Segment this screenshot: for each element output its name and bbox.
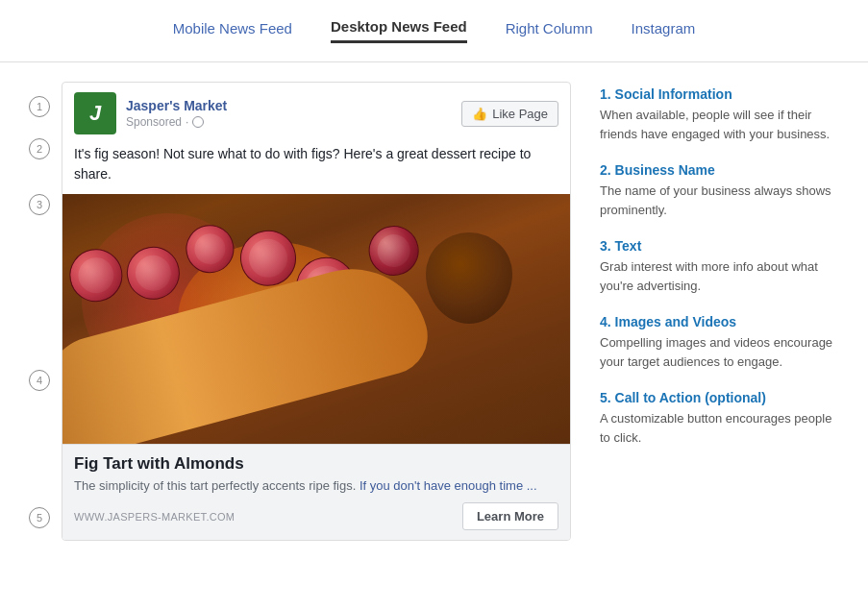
info-number-5: 5. Call to Action (optional) — [600, 390, 839, 405]
info-item-5: 5. Call to Action (optional) A customiza… — [600, 390, 839, 447]
thumbs-up-icon: 👍 — [472, 107, 487, 121]
tab-instagram[interactable]: Instagram — [632, 20, 696, 42]
badge-2: 2 — [29, 138, 50, 159]
info-item-2: 2. Business Name The name of your busine… — [600, 162, 839, 219]
fig-6 — [365, 222, 423, 280]
info-item-3: 3. Text Grab interest with more info abo… — [600, 238, 839, 295]
info-item-4: 4. Images and Videos Compelling images a… — [600, 314, 839, 371]
ad-logo: J — [74, 92, 116, 134]
sponsored-label: Sponsored — [126, 115, 182, 129]
ad-image-inner — [62, 194, 570, 444]
badge-1: 1 — [29, 96, 50, 117]
info-desc-2: The name of your business always shows p… — [600, 182, 839, 219]
ad-url: WWW.JASPERS-MARKET.COM — [74, 511, 235, 523]
ad-preview-card: J Jasper's Market Sponsored · 👍 Like Pag… — [62, 82, 571, 541]
like-button-label: Like Page — [492, 107, 548, 121]
ad-business-info: Jasper's Market Sponsored · — [126, 98, 227, 129]
left-section: 1 2 3 4 5 J Jasper's Market Sponsored · — [29, 82, 571, 541]
learn-more-button[interactable]: Learn More — [462, 502, 558, 530]
ad-footer: WWW.JASPERS-MARKET.COM Learn More — [74, 502, 558, 530]
info-desc-1: When available, people will see if their… — [600, 106, 839, 143]
main-content: 1 2 3 4 5 J Jasper's Market Sponsored · — [0, 62, 868, 560]
ad-image — [62, 194, 570, 444]
tabs-bar: Mobile News Feed Desktop News Feed Right… — [0, 0, 868, 62]
ad-logo-name: J Jasper's Market Sponsored · — [74, 92, 227, 134]
tab-mobile[interactable]: Mobile News Feed — [173, 20, 292, 42]
fig-4 — [236, 226, 300, 290]
info-desc-3: Grab interest with more info about what … — [600, 257, 839, 295]
ad-business-name: Jasper's Market — [126, 98, 227, 113]
fig-1 — [65, 245, 127, 306]
ad-bottom-card: Fig Tart with Almonds The simplicity of … — [62, 444, 570, 540]
info-desc-5: A customizable button encourages people … — [600, 409, 839, 447]
ad-header: J Jasper's Market Sponsored · 👍 Like Pag… — [62, 83, 570, 140]
globe-icon — [192, 116, 204, 128]
info-number-3: 3. Text — [600, 238, 839, 254]
info-number-1: 1. Social Information — [600, 86, 839, 102]
tab-right-column[interactable]: Right Column — [506, 20, 593, 42]
ad-body-text: It's fig season! Not sure what to do wit… — [62, 140, 570, 194]
info-number-4: 4. Images and Videos — [600, 314, 839, 329]
fig-2 — [123, 242, 185, 304]
tab-desktop[interactable]: Desktop News Feed — [331, 18, 467, 43]
right-info-section: 1. Social Information When available, pe… — [600, 82, 839, 541]
info-number-2: 2. Business Name — [600, 162, 839, 178]
info-desc-4: Compelling images and videos encourage y… — [600, 333, 839, 371]
ad-desc-link: If you don't have enough time ... — [360, 478, 537, 493]
badge-3: 3 — [29, 194, 50, 215]
ad-sponsored-row: Sponsored · — [126, 115, 227, 129]
number-indicators: 1 2 3 4 5 — [29, 82, 50, 534]
badge-4: 4 — [29, 370, 50, 391]
badge-5: 5 — [29, 507, 50, 528]
info-item-1: 1. Social Information When available, pe… — [600, 86, 839, 143]
ad-desc-plain: The simplicity of this tart perfectly ac… — [74, 478, 356, 493]
ad-card-title: Fig Tart with Almonds — [74, 454, 558, 474]
ad-card-description: The simplicity of this tart perfectly ac… — [74, 477, 558, 495]
like-page-button[interactable]: 👍 Like Page — [461, 101, 558, 127]
